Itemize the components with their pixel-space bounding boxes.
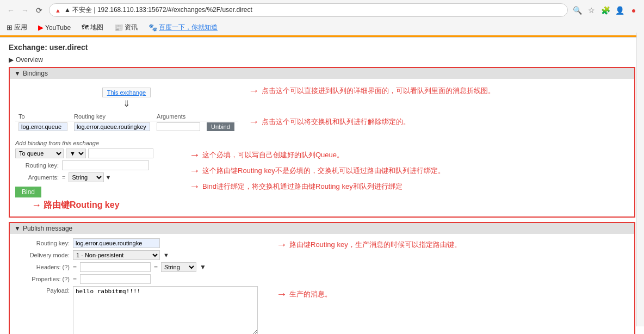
pub-properties-row: Properties: (?) = <box>15 274 265 284</box>
to-queue-select[interactable]: To queue To exchange <box>15 149 64 158</box>
accent-line <box>0 35 644 37</box>
annotation-1-container: → 点击这个可以直接进到队列的详细界面的，可以看队列里面的消息折线图。 → 点击… <box>238 84 495 128</box>
bookmark-baidu-label: 百度一下，你就知道 <box>159 23 218 32</box>
publish-body: Routing key: Delivery mode: 1 - Non-pers… <box>10 234 634 334</box>
bookmark-maps-label: 地图 <box>90 23 103 32</box>
annotation-4: 这个必填，可以写自己创建好的队列Queue。 <box>202 150 344 160</box>
overview-arrow: ▶ <box>9 56 14 64</box>
exchange-diagram: This exchange ⇓ <box>15 88 238 109</box>
diagram-left: This exchange ⇓ To Routing key Arguments <box>15 84 238 135</box>
browser-toolbar: ← → ⟳ ▲ ▲ 不安全 | 192.168.110.133:15672/#/… <box>0 0 644 20</box>
bookmark-icon[interactable]: ☆ <box>585 4 597 16</box>
to-queue-row: To queue To exchange ▼ <box>15 149 178 158</box>
publish-left: Routing key: Delivery mode: 1 - Non-pers… <box>15 238 265 334</box>
arrow-ann6: → <box>189 180 200 193</box>
annotation-6: Bind进行绑定，将交换机通过路由键Routing key和队列进行绑定 <box>202 182 403 191</box>
arrow-ann4: → <box>189 149 200 161</box>
address-bar[interactable]: ▲ ▲ 不安全 | 192.168.110.133:15672/#/exchan… <box>49 3 568 17</box>
bind-button[interactable]: Bind <box>15 187 41 197</box>
maps-icon: 🗺 <box>82 23 89 32</box>
search-icon[interactable]: 🔍 <box>571 4 583 16</box>
unbind-button[interactable]: Unbind <box>207 122 234 131</box>
diagram-row: This exchange ⇓ To Routing key Arguments <box>15 84 629 135</box>
annotation-2: 点击这个可以将交换机和队列进行解除绑定的。 <box>262 117 410 127</box>
exchange-box[interactable]: This exchange <box>102 88 151 97</box>
pub-payload-label: Payload: <box>15 286 70 294</box>
pub-headers-string-select[interactable]: String Number Boolean <box>161 262 196 272</box>
annotation-5: 这个路由键Routing key不是必填的，交换机可以通过路由键和队列进行绑定。 <box>202 166 445 176</box>
arrow-ann5: → <box>189 164 200 177</box>
bindings-arrow: ▼ <box>14 70 21 77</box>
bookmark-apps[interactable]: ⊞ 应用 <box>4 22 29 33</box>
binding-args-input[interactable] <box>157 122 200 131</box>
back-button[interactable]: ← <box>4 4 17 17</box>
publish-content: Routing key: Delivery mode: 1 - Non-pers… <box>15 238 629 334</box>
forward-button[interactable]: → <box>18 4 32 17</box>
reload-button[interactable]: ⟳ <box>33 4 46 17</box>
profile-icon[interactable]: 👤 <box>614 4 626 16</box>
arrow-ann9: → <box>276 332 287 334</box>
nav-buttons: ← → ⟳ <box>4 4 46 17</box>
to-queue-input[interactable] <box>88 149 153 158</box>
routing-key-label: Routing key: <box>15 162 59 169</box>
overview-header[interactable]: ▶ Overview <box>9 56 635 64</box>
bookmark-youtube[interactable]: ▶ YouTube <box>36 22 73 33</box>
annotation-1: 点击这个可以直接进到队列的详细界面的，可以看队列里面的消息折线图。 <box>262 86 495 96</box>
to-queue-dropdown[interactable]: ▼ <box>66 149 86 158</box>
pub-headers-row: Headers: (?) = = String Number Boolean ▼ <box>15 262 265 272</box>
annotation-8: 生产的消息。 <box>289 289 332 299</box>
bookmark-baidu[interactable]: 🐾 百度一下，你就知道 <box>146 22 220 33</box>
bookmark-maps[interactable]: 🗺 地图 <box>79 22 106 33</box>
pub-headers-input[interactable] <box>80 262 151 272</box>
pub-properties-input[interactable] <box>80 274 151 284</box>
exchange-title: Exchange: user.direct <box>9 43 635 52</box>
arrow-ann3: → <box>32 200 41 211</box>
scrollbar[interactable] <box>636 33 644 326</box>
browser-chrome: ← → ⟳ ▲ ▲ 不安全 | 192.168.110.133:15672/#/… <box>0 0 644 38</box>
annotation-3: 路由键Routing key <box>44 200 120 211</box>
routing-key-input[interactable] <box>62 160 149 170</box>
page-wrapper: Exchange: user.direct ▶ Overview ▼ Bindi… <box>0 38 644 334</box>
bindings-label: Bindings <box>23 70 48 77</box>
extension-icon[interactable]: 🧩 <box>599 4 611 16</box>
arrow-ann8: → <box>276 288 287 300</box>
bindings-header[interactable]: ▼ Bindings <box>10 68 634 79</box>
menu-icon[interactable]: ● <box>628 4 640 16</box>
pub-delivery-row: Delivery mode: 1 - Non-persistent 2 - Pe… <box>15 250 265 260</box>
delivery-arrow: ▼ <box>163 252 169 258</box>
exchange-label: Exchange: <box>9 43 47 52</box>
youtube-icon: ▶ <box>38 23 44 32</box>
string-group: String Number Boolean ▼ <box>69 172 111 182</box>
pub-payload-textarea[interactable]: hello rabbitmq!!!! <box>73 286 258 334</box>
overview-label: Overview <box>16 56 43 64</box>
bindings-section: ▼ Bindings This exchange ⇓ <box>9 67 635 218</box>
bindings-body: This exchange ⇓ To Routing key Arguments <box>10 79 634 217</box>
arrow-ann1: → <box>249 84 259 97</box>
pub-delivery-select[interactable]: 1 - Non-persistent 2 - Persistent <box>73 250 160 260</box>
publish-section: ▼ Publish message Routing key: Delivery … <box>9 222 635 334</box>
string-select[interactable]: String Number Boolean <box>69 172 104 182</box>
annotations-add-binding: → 这个必填，可以写自己创建好的队列Queue。 → 这个路由键Routing … <box>178 149 445 193</box>
pub-routing-key-input[interactable] <box>73 238 160 248</box>
arrow-ann2: → <box>249 115 259 128</box>
publish-header[interactable]: ▼ Publish message <box>10 223 634 234</box>
publish-label: Publish message <box>23 225 72 232</box>
routing-key-row: Routing key: <box>15 160 178 170</box>
bookmark-apps-label: 应用 <box>14 23 27 32</box>
bookmark-news-label: 资讯 <box>125 23 138 32</box>
arguments-row: Arguments: = String Number Boolean ▼ <box>15 172 178 182</box>
arrow-ann7: → <box>276 238 287 251</box>
col-to: To <box>15 112 71 121</box>
pub-payload-row: Payload: hello rabbitmq!!!! <box>15 286 265 334</box>
overview-section: ▶ Overview <box>9 56 635 64</box>
add-binding-title: Add binding from this exchange <box>15 140 629 146</box>
bookmark-news[interactable]: 📰 资讯 <box>112 22 140 33</box>
binding-rk-input[interactable] <box>74 122 150 131</box>
exchange-name: user.direct <box>49 43 88 52</box>
ann3-row: → 路由键Routing key <box>32 200 629 211</box>
bookmarks-bar: ⊞ 应用 ▶ YouTube 🗺 地图 📰 资讯 🐾 百度一下，你就知道 <box>0 20 644 35</box>
add-binding-row: To queue To exchange ▼ <box>15 149 629 197</box>
publish-annotations: → 路由键Routing key，生产消息的时候可以指定路由键。 → 生产的消息… <box>265 238 461 334</box>
binding-to-input[interactable] <box>18 122 67 131</box>
lock-icon: ▲ <box>55 7 61 14</box>
